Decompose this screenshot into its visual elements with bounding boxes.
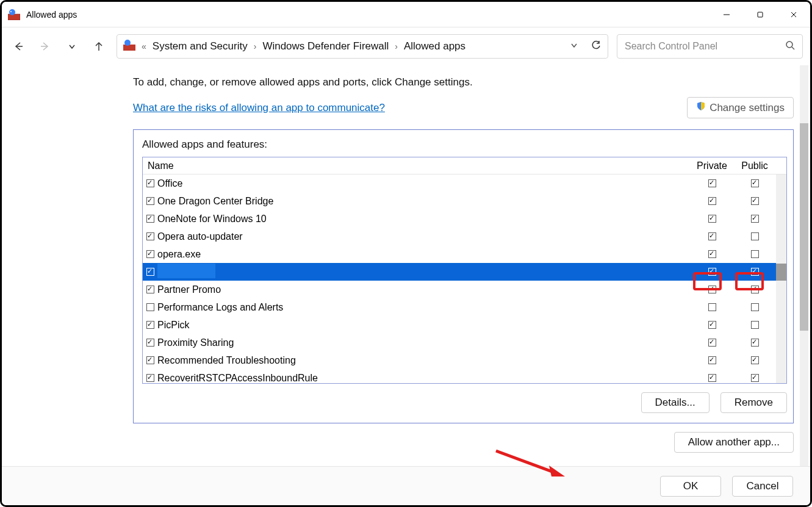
checkbox[interactable]	[146, 268, 154, 276]
table-row[interactable]: RecoveritRSTCPAccessInboundRule	[143, 369, 786, 384]
checkbox[interactable]	[708, 250, 716, 258]
checkbox[interactable]	[146, 286, 154, 293]
checkbox[interactable]	[751, 356, 759, 364]
svg-rect-5	[758, 12, 763, 17]
list-header: Name Private Public	[143, 157, 786, 174]
table-row[interactable]: PicPick	[143, 316, 786, 334]
page-scrollbar[interactable]	[800, 65, 808, 466]
table-row[interactable]: Opera auto-updater	[143, 228, 786, 245]
checkbox[interactable]	[751, 286, 759, 293]
table-row[interactable]: opera.exe	[143, 245, 786, 263]
svg-point-13	[786, 41, 792, 48]
change-settings-button[interactable]: Change settings	[687, 97, 794, 118]
control-panel-icon	[123, 40, 135, 54]
table-row[interactable]: Performance Logs and Alerts	[143, 298, 786, 316]
checkbox[interactable]	[146, 232, 154, 240]
app-name: opera.exe	[157, 249, 691, 260]
refresh-button[interactable]	[591, 40, 602, 54]
checkbox[interactable]	[708, 215, 716, 223]
window-title: Allowed apps	[26, 10, 77, 20]
checkbox[interactable]	[146, 303, 154, 311]
window-controls	[710, 2, 810, 27]
breadcrumb-seg3[interactable]: Allowed apps	[404, 40, 465, 52]
checkbox[interactable]	[146, 339, 154, 347]
app-name: Opera auto-updater	[157, 231, 691, 242]
checkbox[interactable]	[751, 197, 759, 205]
checkbox[interactable]	[751, 250, 759, 258]
checkbox[interactable]	[751, 303, 759, 311]
table-row[interactable]	[143, 263, 786, 281]
app-name: Proximity Sharing	[157, 337, 691, 348]
checkbox[interactable]	[708, 303, 716, 311]
checkbox[interactable]	[708, 374, 716, 382]
checkbox[interactable]	[708, 356, 716, 364]
col-name[interactable]: Name	[143, 160, 691, 171]
checkbox[interactable]	[708, 321, 716, 329]
app-name: OneNote for Windows 10	[157, 214, 691, 225]
checkbox[interactable]	[751, 374, 759, 382]
maximize-button[interactable]	[743, 2, 777, 27]
checkbox[interactable]	[751, 321, 759, 329]
address-bar[interactable]: « System and Security› Windows Defender …	[117, 34, 608, 59]
svg-line-14	[792, 47, 794, 49]
col-private[interactable]: Private	[691, 160, 733, 171]
titlebar: Allowed apps	[2, 2, 810, 27]
checkbox[interactable]	[751, 232, 759, 240]
cancel-button[interactable]: Cancel	[732, 476, 793, 497]
svg-point-3	[10, 11, 12, 12]
app-name: Office	[157, 178, 691, 189]
table-row[interactable]: One Dragon Center Bridge	[143, 192, 786, 210]
app-name: One Dragon Center Bridge	[157, 196, 691, 207]
search-icon	[785, 40, 795, 52]
svg-point-2	[9, 9, 15, 15]
recent-dropdown[interactable]	[63, 37, 81, 56]
checkbox[interactable]	[146, 374, 154, 382]
table-row[interactable]: OneNote for Windows 10	[143, 210, 786, 228]
checkbox[interactable]	[708, 286, 716, 293]
up-button[interactable]	[90, 37, 108, 56]
checkbox[interactable]	[708, 232, 716, 240]
checkbox[interactable]	[146, 250, 154, 258]
breadcrumb-seg1[interactable]: System and Security›	[153, 40, 257, 52]
checkbox[interactable]	[146, 197, 154, 205]
firewall-icon	[8, 9, 20, 20]
back-button[interactable]	[9, 37, 27, 56]
close-button[interactable]	[777, 2, 810, 27]
minimize-button[interactable]	[710, 2, 743, 27]
details-button[interactable]: Details...	[641, 392, 710, 413]
navbar: « System and Security› Windows Defender …	[2, 27, 810, 65]
allow-another-app-button[interactable]: Allow another app...	[674, 432, 794, 453]
content-area: To add, change, or remove allowed apps a…	[2, 65, 800, 466]
checkbox[interactable]	[751, 339, 759, 347]
list-scrollbar[interactable]	[776, 174, 786, 383]
search-box[interactable]: Search Control Panel	[617, 34, 803, 59]
checkbox[interactable]	[146, 356, 154, 364]
breadcrumb-seg2[interactable]: Windows Defender Firewall›	[262, 40, 398, 52]
allowed-apps-group: Allowed apps and features: Name Private …	[133, 129, 794, 423]
table-row[interactable]: Recommended Troubleshooting	[143, 351, 786, 369]
checkbox[interactable]	[708, 339, 716, 347]
checkbox[interactable]	[751, 179, 759, 187]
checkbox[interactable]	[751, 268, 759, 276]
address-dropdown[interactable]	[570, 40, 578, 52]
col-public[interactable]: Public	[733, 160, 776, 171]
ok-button[interactable]: OK	[660, 476, 721, 497]
checkbox[interactable]	[146, 321, 154, 329]
app-name: Partner Promo	[157, 284, 691, 295]
table-row[interactable]: Office	[143, 174, 786, 192]
app-name	[157, 264, 691, 281]
forward-button[interactable]	[36, 37, 54, 56]
checkbox[interactable]	[751, 215, 759, 223]
app-name: Performance Logs and Alerts	[157, 302, 691, 313]
table-row[interactable]: Proximity Sharing	[143, 334, 786, 351]
app-name: RecoveritRSTCPAccessInboundRule	[157, 373, 691, 384]
checkbox[interactable]	[708, 179, 716, 187]
checkbox[interactable]	[146, 179, 154, 187]
risks-link[interactable]: What are the risks of allowing an app to…	[133, 102, 385, 114]
crumb-overflow[interactable]: «	[142, 41, 146, 51]
checkbox[interactable]	[146, 215, 154, 223]
checkbox[interactable]	[708, 268, 716, 276]
checkbox[interactable]	[708, 197, 716, 205]
table-row[interactable]: Partner Promo	[143, 281, 786, 298]
remove-button[interactable]: Remove	[720, 392, 787, 413]
